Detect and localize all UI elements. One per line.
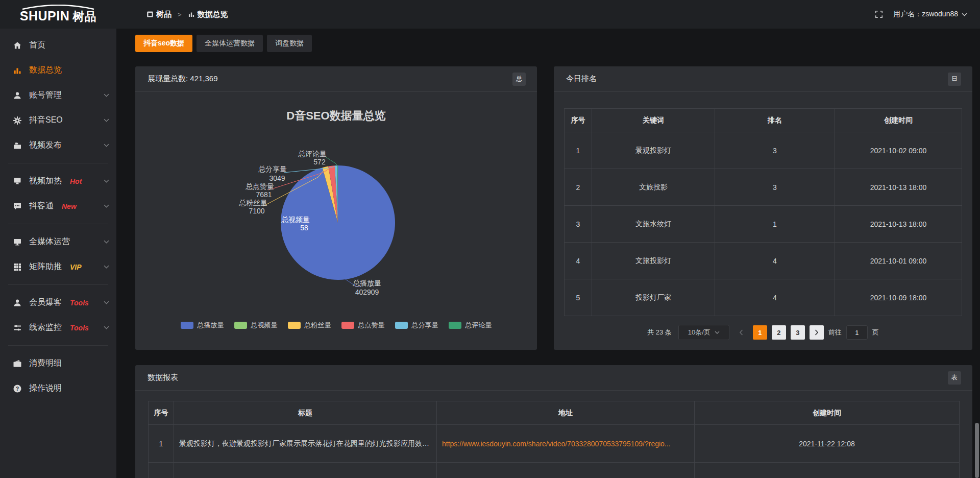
sidebar-item-label: 首页 (29, 40, 45, 51)
data-report-panel: 数据报表 表 序号 标题 地址 创建时间 1 景观投影灯，夜游景观投影灯 (135, 365, 972, 478)
sidebar-divider (8, 163, 108, 163)
chevron-down-icon (104, 240, 109, 244)
column-header: 排名 (715, 109, 835, 132)
pie-label: 总播放量 (353, 279, 381, 287)
report-panel-title: 数据报表 (148, 373, 178, 383)
cell-index: 1 (149, 425, 174, 463)
legend-swatch (341, 322, 354, 329)
sidebar-item-video-publish[interactable]: 视频发布 (0, 133, 116, 158)
impressions-total-label: 展现量总数: 421,369 (148, 74, 218, 84)
sidebar-divider (8, 224, 108, 224)
sidebar-item-douyin-seo[interactable]: 抖音SEO (0, 108, 116, 133)
video-link[interactable]: https://www.iesdouyin.com/share/video/70… (442, 440, 671, 448)
tab-douyin-seo-data[interactable]: 抖音seo数据 (135, 35, 192, 52)
cell-index: 5 (565, 279, 592, 316)
report-table: 序号 标题 地址 创建时间 1 景观投影灯，夜游景观投影灯厂家展示展示落花灯在花… (148, 401, 960, 478)
cell-rank: 3 (715, 169, 835, 206)
table-row: 4 文旅投影灯 4 2021-10-01 09:00 (565, 243, 962, 279)
sidebar-item-label: 会员爆客 (29, 297, 62, 308)
page-size-select[interactable]: 10条/页 (678, 325, 729, 340)
tab-inquiry-data[interactable]: 询盘数据 (267, 35, 312, 52)
bar-chart-icon (188, 11, 195, 18)
next-page-button[interactable] (810, 325, 824, 340)
user-icon (13, 91, 22, 100)
cell-index: 3 (565, 206, 592, 243)
tab-media-operation-data[interactable]: 全媒体运营数据 (197, 35, 263, 52)
sidebar-item-help[interactable]: ? 操作说明 (0, 376, 116, 401)
prev-page-button[interactable] (734, 325, 748, 340)
sidebar-item-media-operation[interactable]: 全媒体运营 (0, 229, 116, 254)
seo-chart-panel: 展现量总数: 421,369 总 D音SEO数据量总览 总播放量402909总视… (135, 66, 537, 350)
pie-label: 总评论量 (298, 150, 327, 158)
sidebar-divider (8, 345, 108, 346)
column-header: 关键词 (592, 109, 715, 132)
chat-icon (13, 202, 22, 211)
page-scrollbar[interactable] (975, 29, 979, 478)
page-button-3[interactable]: 3 (791, 325, 805, 340)
sidebar-item-label: 抖音SEO (29, 115, 63, 126)
legend-item[interactable]: 总点赞量 (341, 321, 385, 330)
top-bar: SHUPIN树品 树品 > 数据总览 用户名：zswodun88 (0, 0, 980, 29)
user-menu[interactable]: 用户名：zswodun88 (893, 10, 967, 19)
page-button-1[interactable]: 1 (753, 325, 767, 340)
goto-suffix: 页 (872, 328, 879, 337)
pie-label-line (326, 157, 337, 165)
pie-chart: D音SEO数据量总览 总播放量402909总视频量58总粉丝量7100总点赞量7… (135, 92, 537, 349)
sidebar-item-data-overview[interactable]: 数据总览 (0, 58, 116, 83)
sidebar-item-label: 视频发布 (29, 140, 62, 151)
legend-item[interactable]: 总播放量 (181, 321, 224, 330)
goto-page-input[interactable] (846, 325, 868, 340)
logo-text-cn: 树品 (72, 10, 96, 23)
cell-keyword: 投影灯厂家 (592, 279, 715, 316)
gear-icon (13, 116, 22, 125)
sidebar-item-account[interactable]: 账号管理 (0, 83, 116, 108)
day-badge-button[interactable]: 日 (948, 73, 961, 86)
app-square-icon (146, 11, 154, 18)
cell-title: 景观投影灯，夜游景观投影灯厂家展示展示落花灯在花园里的灯光投影应用效果 # (174, 425, 437, 463)
table-row: 3 文旅水纹灯 1 2021-10-13 18:00 (565, 206, 962, 243)
legend-swatch (288, 322, 301, 329)
pie-label: 总点赞量 (246, 182, 274, 190)
cell-created-time: 2021-10-13 18:00 (835, 169, 962, 206)
sidebar-divider (8, 284, 108, 285)
cell-created-time: 2021-10-13 18:00 (835, 206, 962, 243)
chevron-down-icon (104, 179, 109, 183)
breadcrumb-current[interactable]: 数据总览 (188, 10, 228, 19)
sidebar-item-label: 账号管理 (29, 90, 62, 101)
breadcrumb-root[interactable]: 树品 (146, 10, 172, 19)
column-header: 地址 (437, 401, 695, 425)
sidebar-item-home[interactable]: 首页 (0, 33, 116, 58)
page-button-2[interactable]: 2 (772, 325, 786, 340)
fullscreen-icon[interactable] (875, 10, 883, 18)
cell-keyword: 文旅投影灯 (592, 243, 715, 279)
legend-item[interactable]: 总粉丝量 (288, 321, 331, 330)
scrollbar-thumb[interactable] (975, 423, 979, 478)
cell-created-time: 2021-10-01 09:00 (835, 243, 962, 279)
cell-index: 1 (565, 132, 592, 169)
legend-swatch (234, 322, 247, 329)
logo-text-en: SHUPIN (20, 9, 69, 23)
pie-label: 7681 (256, 190, 272, 199)
pie-label: 58 (300, 224, 308, 232)
column-header: 序号 (149, 401, 174, 425)
app-logo: SHUPIN树品 (0, 0, 116, 29)
username-label: 用户名：zswodun88 (893, 10, 958, 19)
legend-item[interactable]: 总评论量 (449, 321, 492, 330)
sidebar-item-video-heat[interactable]: 视频加热 Hot (0, 169, 116, 194)
legend-item[interactable]: 总视频量 (234, 321, 278, 330)
table-badge-button[interactable]: 表 (948, 371, 961, 385)
total-badge-button[interactable]: 总 (512, 73, 526, 86)
sidebar-item-member[interactable]: 会员爆客 Tools (0, 290, 116, 315)
column-header: 创建时间 (695, 401, 960, 425)
grid-icon (13, 262, 22, 272)
sidebar-item-clue-monitor[interactable]: 线索监控 Tools (0, 315, 116, 340)
tools-badge: Tools (70, 299, 89, 307)
sidebar-item-matrix-boost[interactable]: 矩阵助推 VIP (0, 254, 116, 279)
sidebar-item-douketong[interactable]: 抖客通 New (0, 194, 116, 219)
legend-swatch (181, 322, 193, 329)
legend-item[interactable]: 总分享量 (395, 321, 438, 330)
chevron-down-icon (104, 301, 109, 304)
pie-label: 572 (313, 158, 326, 166)
sidebar-item-expense-detail[interactable]: 消费明细 (0, 351, 116, 376)
cell-keyword: 文旅投影 (592, 169, 715, 206)
